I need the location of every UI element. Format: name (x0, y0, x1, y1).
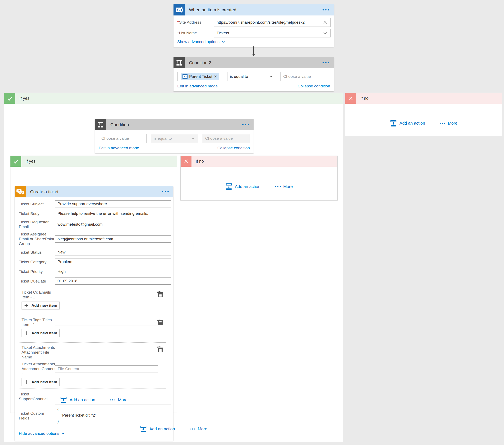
add-action-icon (60, 396, 67, 403)
ticket-category-input[interactable] (55, 258, 171, 265)
trigger-menu-ellipsis[interactable] (323, 9, 329, 10)
condition2-menu-ellipsis[interactable] (323, 62, 329, 63)
trigger-title: When an item is created (189, 7, 236, 12)
add-action-icon (390, 120, 397, 127)
ellipsis-icon (190, 428, 195, 429)
field-label: Ticket Custom Fields (19, 411, 55, 421)
outer-if-no-label: If no (360, 96, 369, 101)
outer-if-no-branch: If no Add an action More (345, 93, 502, 136)
parent-ticket-token[interactable]: Parent Ticket ✕ (181, 73, 219, 80)
ticket-body-input[interactable] (55, 210, 171, 217)
edit-advanced-mode-link[interactable]: Edit in advanced mode (99, 146, 139, 150)
field-label: Ticket DueDate (19, 279, 55, 284)
ticket-status-input[interactable] (55, 249, 171, 256)
show-advanced-options-link[interactable]: Show advanced options (177, 39, 226, 44)
plus-icon (24, 380, 29, 385)
more-button[interactable]: More (275, 184, 293, 189)
ticket-priority-input[interactable] (55, 268, 171, 275)
clear-icon[interactable] (322, 20, 328, 25)
outer-if-no-header: If no (345, 93, 502, 104)
list-name-input[interactable] (216, 31, 321, 35)
field-label: Ticket Cc Emails Item - 1 (21, 290, 55, 299)
create-ticket-menu-ellipsis[interactable] (162, 191, 169, 192)
add-new-item-button[interactable]: Add new item (21, 329, 60, 337)
create-ticket-header[interactable]: Create a ticket (15, 186, 173, 197)
trigger-card: When an item is created *Site Address *L… (174, 4, 334, 47)
cc-emails-section: Ticket Cc Emails Item - 1 Add new item (19, 287, 166, 312)
inner-if-yes-label: If yes (25, 159, 36, 164)
inner-if-yes-header: If yes (10, 156, 177, 167)
add-an-action-button[interactable]: Add an action (60, 396, 95, 403)
switch-to-array-icon[interactable] (156, 318, 164, 325)
site-address-input[interactable] (216, 20, 321, 25)
field-label: Ticket Assignee Email or SharePoint Grou… (19, 232, 55, 246)
ellipsis-icon (275, 186, 281, 187)
switch-to-array-icon[interactable] (156, 290, 164, 298)
list-name-dropdown[interactable] (214, 29, 330, 37)
switch-to-array-icon[interactable] (156, 345, 164, 353)
collapse-condition-link[interactable]: Collapse condition (217, 146, 250, 150)
outer-if-yes-actions: Add an action More (4, 425, 343, 432)
chevron-down-icon (221, 39, 226, 44)
chevron-down-icon[interactable] (322, 30, 328, 36)
more-button[interactable]: More (110, 398, 127, 402)
condition2-card: Condition 2 Parent Ticket ✕ is equal to … (174, 57, 334, 91)
token-remove-icon[interactable]: ✕ (214, 74, 217, 79)
outer-if-no-actions: Add an action More (345, 120, 502, 127)
inner-if-yes-actions: Add an action More (10, 396, 177, 403)
condition-icon (95, 119, 106, 130)
add-new-item-button[interactable]: Add new item (21, 378, 60, 386)
more-button[interactable]: More (440, 121, 457, 126)
list-name-label: *List Name (177, 31, 214, 35)
inner-if-no-actions: Add an action More (180, 183, 337, 190)
check-icon (10, 156, 21, 167)
tags-titles-item-input[interactable] (55, 319, 158, 326)
add-an-action-button[interactable]: Add an action (390, 120, 425, 127)
attachment-content-input[interactable] (55, 365, 158, 372)
inner-condition-operator-dropdown[interactable]: is equal to (151, 134, 198, 143)
add-an-action-button[interactable]: Add an action (140, 425, 175, 432)
field-label: Ticket Attachments Attachment File Name (21, 345, 55, 359)
ellipsis-icon (440, 123, 445, 124)
x-icon (180, 156, 192, 167)
inner-condition-menu-ellipsis[interactable] (242, 124, 249, 125)
connector-arrow-icon (253, 46, 254, 54)
collapse-condition-link[interactable]: Collapse condition (298, 84, 330, 89)
inner-condition-left-input[interactable]: Choose a value (99, 134, 147, 143)
site-address-inputbox (214, 18, 330, 27)
ticket-assignee-email-input[interactable] (55, 236, 171, 242)
field-label: Ticket Body (19, 211, 55, 216)
inner-condition-card: Condition Choose a value is equal to Cho… (95, 119, 253, 153)
condition2-left-operand[interactable]: Parent Ticket ✕ (177, 72, 223, 81)
site-address-label: *Site Address (177, 20, 214, 25)
ticket-subject-input[interactable] (55, 200, 171, 207)
inner-if-yes-branch: If yes Create a ticket Ticket Subject Ti… (10, 156, 177, 413)
attachment-file-name-input[interactable] (55, 349, 158, 356)
ticket-requester-email-input[interactable] (55, 221, 171, 228)
inner-condition-header[interactable]: Condition (95, 119, 253, 130)
edit-advanced-mode-link[interactable]: Edit in advanced mode (177, 84, 218, 89)
field-label: Ticket Attachments AttachmentContent - (21, 362, 55, 376)
chevron-down-icon (268, 74, 274, 79)
attachments-section: Ticket Attachments Attachment File Name … (19, 342, 166, 389)
ticket-icon (15, 186, 26, 197)
field-label: Ticket Status (19, 250, 55, 255)
ticket-custom-fields-textarea[interactable]: { "ParentTicketId": "2" } (55, 404, 171, 427)
chevron-down-icon (190, 136, 196, 141)
add-new-item-button[interactable]: Add new item (21, 301, 60, 310)
cc-emails-item-input[interactable] (55, 291, 158, 298)
condition2-operator-dropdown[interactable]: is equal to (227, 72, 276, 81)
ellipsis-icon (110, 399, 115, 400)
add-an-action-button[interactable]: Add an action (225, 183, 260, 190)
plus-icon (24, 303, 29, 308)
condition2-card-header[interactable]: Condition 2 (174, 57, 334, 68)
condition2-value-input[interactable]: Choose a value (281, 72, 330, 81)
add-action-icon (140, 425, 147, 432)
ticket-duedate-input[interactable] (55, 278, 171, 285)
sharepoint-icon (174, 4, 185, 16)
inner-condition-right-input[interactable]: Choose a value (202, 134, 250, 143)
inner-if-no-label: If no (196, 159, 204, 164)
trigger-card-header[interactable]: When an item is created (174, 4, 334, 16)
outer-if-yes-header: If yes (4, 93, 343, 104)
more-button[interactable]: More (190, 426, 207, 431)
